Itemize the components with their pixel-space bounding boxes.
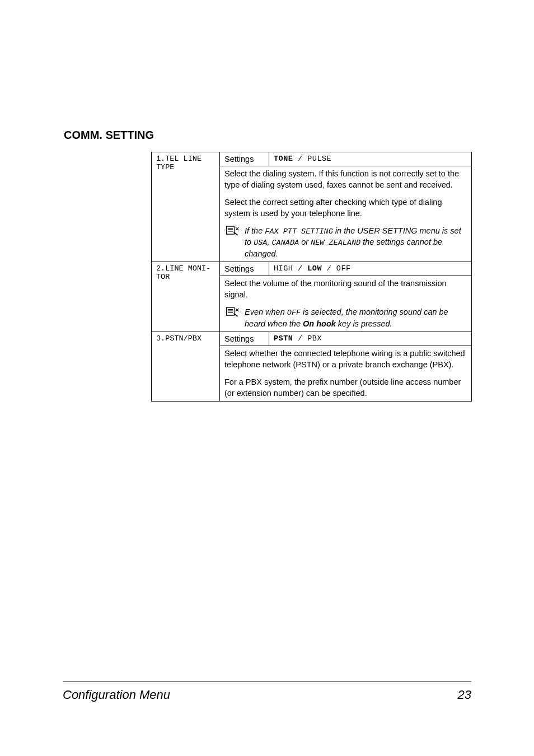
table-row: 1.TEL LINE TYPE Settings TONE / PULSE	[152, 152, 472, 166]
setting-name: 2.LINE MONI-TOR	[152, 262, 220, 332]
setting-description: Select whether the connected telephone w…	[220, 346, 472, 402]
settings-value: PSTN / PBX	[269, 332, 472, 346]
note-icon	[224, 306, 240, 318]
setting-name: 3.PSTN/PBX	[152, 332, 220, 402]
table-row: 3.PSTN/PBX Settings PSTN / PBX	[152, 332, 472, 346]
note-block: Even when OFF is selected, the monitorin…	[224, 307, 467, 329]
settings-label: Settings	[220, 262, 269, 276]
settings-label: Settings	[220, 152, 269, 166]
setting-description: Select the volume of the monitoring soun…	[220, 276, 472, 332]
settings-table: 1.TEL LINE TYPE Settings TONE / PULSE Se…	[151, 152, 472, 402]
settings-value: TONE / PULSE	[269, 152, 472, 166]
footer-title: Configuration Menu	[63, 688, 170, 702]
setting-name: 1.TEL LINE TYPE	[152, 152, 220, 262]
footer-page-number: 23	[458, 688, 471, 702]
section-heading: COMM. SETTING	[64, 129, 471, 142]
page-footer: Configuration Menu 23	[63, 682, 471, 702]
note-block: If the FAX PTT SETTING in the USER SETTI…	[224, 226, 467, 259]
settings-label: Settings	[220, 332, 269, 346]
table-row: 2.LINE MONI-TOR Settings HIGH / LOW / OF…	[152, 262, 472, 276]
setting-description: Select the dialing system. If this funct…	[220, 166, 472, 262]
settings-value: HIGH / LOW / OFF	[269, 262, 472, 276]
note-icon	[224, 225, 240, 237]
